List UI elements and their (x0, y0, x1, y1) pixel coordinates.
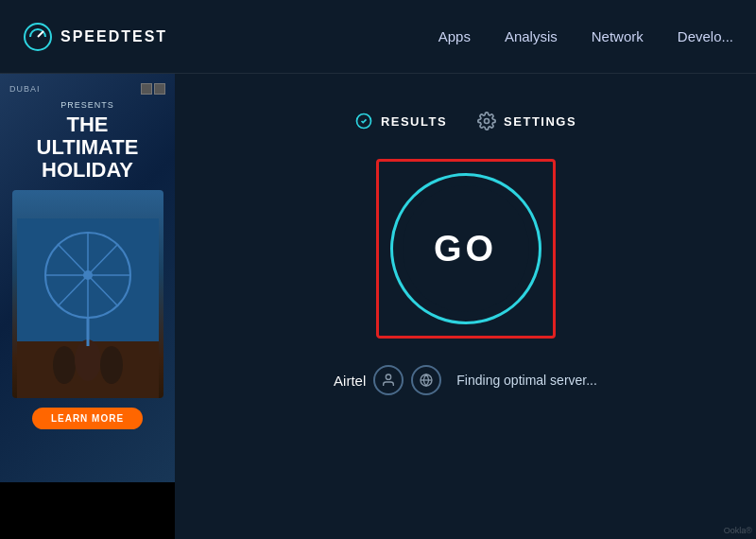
ad-close-icon2 (154, 83, 165, 95)
ad-sidebar: DUBAI PRESENTS THE ULTIMATE HOLIDAY (0, 74, 175, 539)
ad-image (12, 190, 163, 398)
watermark: Ookla® (724, 526, 752, 535)
svg-point-15 (485, 119, 490, 124)
svg-line-1 (38, 31, 43, 37)
nav-apps[interactable]: Apps (438, 28, 471, 44)
go-label: GO (434, 229, 497, 270)
check-circle-icon (354, 112, 373, 130)
ad-scene (12, 190, 163, 398)
go-button-container: GO (376, 159, 556, 339)
main-nav: Apps Analysis Network Develo... (438, 28, 733, 44)
ad-title: THE ULTIMATE HOLIDAY (37, 113, 139, 183)
ad-cta-button[interactable]: LEARN MORE (32, 408, 143, 429)
ad-close-icon (141, 83, 152, 95)
isp-name: Airtel (334, 373, 366, 389)
ad-bottom-bar (0, 482, 175, 539)
speedtest-logo-icon (23, 22, 53, 52)
settings-label: SETTINGS (504, 114, 576, 129)
finding-server-text: Finding optimal server... (456, 373, 597, 388)
logo-area: SPEEDTEST (23, 22, 167, 52)
svg-point-12 (100, 346, 123, 384)
go-button[interactable]: GO (403, 185, 529, 312)
nav-develop[interactable]: Develo... (678, 28, 733, 44)
toolbar: RESULTS SETTINGS (354, 112, 576, 130)
gear-icon (477, 112, 496, 130)
ad-content: DUBAI PRESENTS THE ULTIMATE HOLIDAY (0, 74, 175, 539)
svg-point-16 (387, 374, 391, 379)
ad-presents-text: PRESENTS (60, 100, 114, 110)
logo-text: SPEEDTEST (60, 28, 167, 45)
ad-top-bar: DUBAI (9, 83, 165, 95)
header: SPEEDTEST Apps Analysis Network Develo..… (0, 0, 756, 74)
results-button[interactable]: RESULTS (354, 112, 447, 130)
user-icon-button[interactable] (373, 365, 404, 395)
globe-icon-button[interactable] (411, 365, 441, 395)
svg-point-10 (53, 346, 76, 384)
go-button-highlight: GO (376, 159, 556, 339)
nav-analysis[interactable]: Analysis (505, 28, 558, 44)
ad-location-label: DUBAI (9, 84, 41, 94)
isp-section: Airtel (334, 365, 441, 395)
go-circle-outer: GO (390, 173, 541, 324)
user-icon (381, 373, 396, 388)
ad-close-button[interactable] (141, 83, 165, 95)
nav-network[interactable]: Network (592, 28, 644, 44)
ad-scene-svg (17, 218, 159, 398)
results-label: RESULTS (381, 114, 447, 129)
main-content: RESULTS SETTINGS GO Airtel (175, 74, 756, 539)
settings-button[interactable]: SETTINGS (477, 112, 576, 130)
status-bar: Airtel Finding optimal server... (334, 365, 597, 395)
globe-icon (419, 373, 434, 388)
